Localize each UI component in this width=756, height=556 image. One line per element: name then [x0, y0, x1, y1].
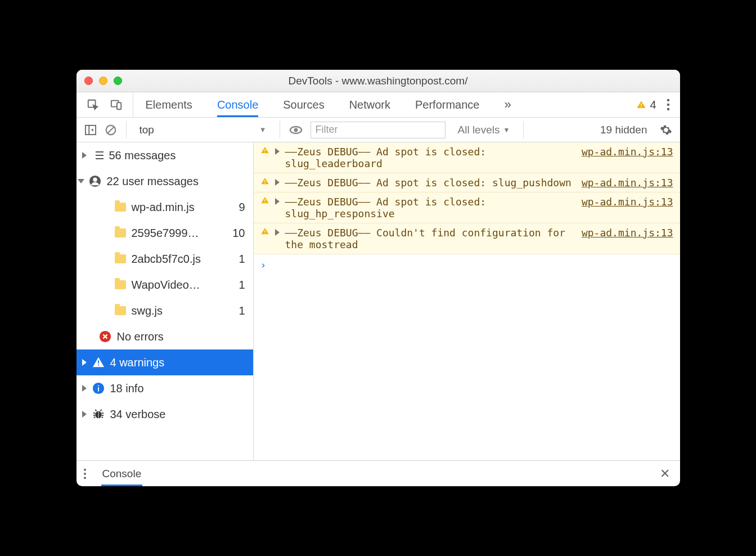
sidebar-errors-group[interactable]: No errors	[76, 324, 253, 349]
sidebar-file-item[interactable]: wp-ad.min.js 9	[76, 194, 253, 220]
sidebar-verbose-group[interactable]: 34 verbose	[76, 401, 253, 427]
svg-rect-8	[85, 125, 95, 134]
live-expression-icon[interactable]	[289, 123, 303, 137]
svg-point-7	[667, 108, 669, 111]
svg-point-40	[84, 477, 86, 479]
svg-rect-3	[641, 104, 642, 106]
kebab-menu-icon[interactable]	[76, 468, 93, 479]
sidebar-file-item[interactable]: WapoVideo… 1	[76, 272, 253, 298]
clear-console-icon[interactable]	[105, 124, 117, 136]
log-levels-selector[interactable]: All levels ▼	[453, 124, 515, 136]
svg-rect-26	[98, 387, 99, 391]
titlebar[interactable]: DevTools - www.washingtonpost.com/	[76, 70, 680, 92]
tabs-overflow-button[interactable]: »	[492, 92, 524, 117]
source-link[interactable]: wp-ad.min.js:13	[582, 196, 673, 208]
expand-caret-icon[interactable]	[275, 148, 280, 155]
svg-rect-24	[98, 365, 99, 366]
sidebar-file-item[interactable]: 2abcb5f7c0.js 1	[76, 246, 253, 272]
warning-icon	[92, 356, 105, 369]
expand-caret-icon[interactable]	[275, 198, 280, 205]
bug-icon	[92, 408, 105, 420]
close-drawer-button[interactable]: ✕	[650, 467, 680, 481]
sidebar-warnings-group[interactable]: 4 warnings	[76, 349, 253, 375]
svg-point-21	[93, 178, 97, 182]
expand-caret-icon[interactable]	[275, 179, 280, 186]
dropdown-icon: ▼	[503, 126, 510, 134]
folder-icon	[115, 228, 126, 237]
warnings-count-badge[interactable]: 4	[636, 98, 656, 111]
console-message[interactable]: ––Zeus DEBUG–– Ad spot is closed: slug_h…	[254, 192, 680, 223]
info-icon	[92, 382, 105, 394]
sidebar-info-group[interactable]: 18 info	[76, 375, 253, 401]
console-message[interactable]: ––Zeus DEBUG–– Ad spot is closed: slug_l…	[254, 142, 680, 173]
tab-network[interactable]: Network	[337, 92, 403, 117]
hidden-messages-label[interactable]: 19 hidden	[596, 124, 651, 136]
prompt-caret-icon: ›	[260, 259, 267, 271]
user-icon	[89, 175, 101, 187]
close-icon: ✕	[660, 467, 670, 481]
warnings-count-value: 4	[650, 98, 656, 111]
execution-context-selector[interactable]: top ▼	[136, 122, 271, 138]
dropdown-icon: ▼	[259, 125, 267, 134]
svg-point-13	[294, 128, 298, 132]
svg-point-6	[667, 104, 669, 106]
sidebar-messages-group[interactable]: 56 messages	[76, 142, 253, 168]
folder-icon	[115, 203, 126, 212]
source-link[interactable]: wp-ad.min.js:13	[582, 227, 673, 239]
folder-icon	[115, 254, 126, 263]
tab-performance[interactable]: Performance	[403, 92, 492, 117]
source-link[interactable]: wp-ad.min.js:13	[582, 146, 673, 158]
svg-rect-36	[264, 230, 265, 232]
device-toolbar-icon[interactable]	[110, 98, 123, 111]
settings-gear-icon[interactable]	[660, 124, 672, 136]
warning-icon	[636, 100, 646, 110]
sidebar-file-item[interactable]: swg.js 1	[76, 298, 253, 324]
context-label: top	[140, 124, 154, 136]
console-message[interactable]: ––Zeus DEBUG–– Couldn't find configurati…	[254, 223, 680, 254]
svg-rect-23	[98, 360, 99, 364]
drawer-tab-console[interactable]: Console	[93, 461, 151, 486]
warning-icon	[260, 196, 269, 205]
console-sidebar: 56 messages 22 user messages wp-ad.min.j…	[76, 142, 254, 460]
panel-tabs: Elements Console Sources Network Perform…	[76, 92, 680, 118]
sidebar-user-messages-group[interactable]: 22 user messages	[76, 168, 253, 194]
list-icon	[92, 151, 104, 160]
svg-rect-30	[264, 149, 265, 151]
devtools-window: DevTools - www.washingtonpost.com/ Eleme…	[76, 70, 680, 486]
svg-rect-2	[116, 102, 120, 109]
folder-icon	[115, 280, 126, 289]
svg-point-5	[667, 99, 669, 102]
folder-icon	[115, 306, 126, 315]
toggle-sidebar-icon[interactable]	[84, 124, 97, 136]
warning-icon	[260, 146, 269, 155]
sidebar-file-item[interactable]: 2595e7999… 10	[76, 220, 253, 246]
svg-rect-4	[641, 106, 642, 107]
window-title: DevTools - www.washingtonpost.com/	[76, 75, 680, 87]
svg-rect-35	[264, 202, 265, 203]
svg-rect-37	[264, 233, 265, 234]
tab-elements[interactable]: Elements	[133, 92, 205, 117]
svg-rect-27	[98, 385, 99, 387]
tab-sources[interactable]: Sources	[271, 92, 336, 117]
console-message[interactable]: ––Zeus DEBUG–– Ad spot is closed: slug_p…	[254, 173, 680, 192]
console-body: 56 messages 22 user messages wp-ad.min.j…	[76, 142, 680, 460]
expand-caret-icon[interactable]	[275, 229, 280, 236]
console-toolbar: top ▼ All levels ▼ 19 hidden	[76, 118, 680, 142]
svg-line-11	[107, 127, 114, 133]
svg-point-38	[84, 468, 86, 470]
svg-rect-32	[264, 180, 265, 182]
console-prompt[interactable]: ›	[254, 254, 680, 275]
source-link[interactable]: wp-ad.min.js:13	[582, 177, 673, 189]
console-messages: ––Zeus DEBUG–– Ad spot is closed: slug_l…	[254, 142, 680, 460]
filter-input[interactable]	[310, 122, 446, 138]
svg-rect-33	[264, 183, 265, 183]
svg-point-39	[84, 473, 86, 475]
kebab-menu-icon[interactable]	[667, 98, 670, 111]
error-icon	[99, 330, 111, 343]
svg-rect-34	[264, 199, 265, 201]
tab-console[interactable]: Console	[205, 92, 271, 117]
svg-rect-31	[264, 152, 265, 153]
inspect-element-icon[interactable]	[87, 98, 99, 111]
warning-icon	[260, 177, 269, 186]
warning-icon	[260, 227, 269, 236]
